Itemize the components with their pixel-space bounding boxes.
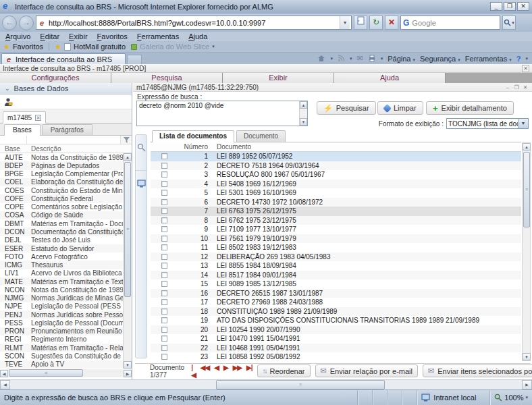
stop-button[interactable]: ✕ [385,16,398,30]
new-tab-button[interactable] [127,55,142,64]
document-row[interactable]: 13 LEI 8855 1984 18/09/1984 [151,261,521,271]
base-table-row[interactable]: PESS Legislação de Pessoal (Documentos d… [0,319,123,327]
document-row[interactable]: 20 LEI 10254 1990 20/07/1990 [151,325,521,335]
document-checkbox[interactable] [161,327,167,333]
document-row[interactable]: 21 LEI 10470 1991 15/04/1991 [151,334,521,344]
pager-prev-button[interactable]: ◀ [214,364,219,379]
document-row[interactable]: 1 LEI 889 1952 05/07/1952 [151,152,521,161]
document-row[interactable]: 7 LEI 6763 1975 26/12/1975 [151,207,521,216]
base-table-row[interactable]: PENJ Normas Jurídicas sobre Pessoal (sub… [0,310,123,319]
textarea-scrollbar[interactable]: ▲ ▼ [299,101,307,126]
menu-favoritos[interactable]: Favoritos [97,32,128,40]
document-row[interactable]: 14 LEI 8517 1984 09/01/1984 [151,271,521,280]
scrollbar-thumb[interactable] [9,369,83,377]
document-checkbox[interactable] [161,153,167,159]
panel-minimize-icon[interactable]: – [504,84,511,90]
favorite-hotmail[interactable]: ★ HotMail gratuito [55,43,126,51]
read-mail-icon[interactable]: ✉ [356,54,363,63]
favorites-button[interactable]: ★ Favoritos [3,43,43,51]
pagina-menu[interactable]: Página ▾ [388,55,415,63]
scroll-down-icon[interactable]: ▼ [523,353,531,360]
reordenar-button[interactable]: ↑↓ Reordenar [257,364,311,377]
chevron-down-icon[interactable]: ▾ [330,56,333,61]
document-checkbox[interactable] [161,217,167,223]
menu-ajuda[interactable]: Ajuda [188,32,207,40]
document-checkbox[interactable] [161,181,167,187]
base-table-row[interactable]: ICMG Thesaurus [0,261,123,269]
seguranca-menu[interactable]: Segurança ▾ [420,55,460,63]
scroll-up-icon[interactable]: ▲ [523,143,531,151]
document-checkbox[interactable] [161,226,167,232]
bases-horizontal-scrollbar[interactable]: ◀ ▶ [0,369,132,377]
document-row[interactable]: 17 DECRETO 27969 1988 24/03/1988 [151,298,521,307]
document-row[interactable]: 6 DECRETO 14730 1972 10/08/1972 [151,198,521,207]
menu-ferramentas[interactable]: Ferramentas [137,32,179,40]
document-checkbox[interactable] [161,335,167,342]
document-checkbox[interactable] [161,281,167,287]
chevron-down-icon[interactable]: ▾ [381,56,383,61]
document-row[interactable]: 11 LEI 8502 1983 19/12/1983 [151,243,521,252]
document-row[interactable]: 22 LEI 10468 1991 05/04/1991 [151,344,521,353]
help-icon[interactable]: ? [516,55,521,63]
app-menu-ajuda[interactable]: Ajuda [334,73,446,83]
document-checkbox[interactable] [161,272,167,278]
document-row[interactable]: 4 LEI 5408 1969 16/12/1969 [151,180,521,189]
scrollbar-thumb[interactable] [523,152,530,227]
base-table-row[interactable]: BPGE Legislação Complementar (Procurador… [0,170,123,178]
base-table-row[interactable]: COSA Código de Saúde [0,211,123,219]
column-base[interactable]: Base [0,145,28,153]
tab-paragrafos[interactable]: Parágrafos [42,124,92,135]
document-row[interactable]: 19 ATO DAS DISPOSIÇÕES CONSTITUCIONAIS T… [151,316,521,325]
scroll-right-icon[interactable]: ▶ [522,380,532,389]
column-numero[interactable]: Número [178,143,210,151]
document-checkbox[interactable] [161,208,167,214]
base-table-row[interactable]: PRON Pronunciamentos em Reunião de Plená… [0,327,123,335]
bases-vertical-scrollbar[interactable]: ▲ ▼ [123,153,132,369]
rss-feed-icon[interactable] [338,55,345,62]
scroll-up-icon[interactable]: ▲ [124,153,132,161]
document-checkbox[interactable] [161,190,167,196]
minimize-button[interactable]: _ [490,2,502,11]
pager-last-button[interactable]: ▶| [246,364,252,379]
chevron-down-icon[interactable]: ▾ [350,56,352,61]
panel-maximize-icon[interactable]: ❐ [513,84,520,90]
document-row[interactable]: 5 LEI 5301 1969 16/10/1969 [151,188,521,198]
print-icon[interactable] [368,55,376,62]
compatibility-view-button[interactable] [354,16,367,30]
menu-exibir[interactable]: Exibir [69,32,88,40]
base-table-row[interactable]: NJMG Normas Jurídicas de Minas Gerais [0,294,123,302]
document-row[interactable]: 16 DECRETO 26515 1987 13/01/1987 [151,289,521,298]
favorite-webslice[interactable]: Galeria do Web Slice ▾ [131,43,215,51]
close-button[interactable]: ✕ [517,2,529,11]
chevron-down-icon[interactable]: ▾ [525,395,528,400]
base-table-row[interactable]: REGI Regimento Interno [0,335,123,344]
document-checkbox[interactable] [161,244,167,250]
close-icon[interactable]: ✕ [35,115,41,121]
scroll-left-icon[interactable]: ◀ [0,370,8,377]
document-row[interactable]: 2 DECRETO 7518 1964 09/03/1964 [151,161,521,171]
back-button[interactable]: ← [2,16,17,30]
base-table-row[interactable]: NJPE Legislação de Pessoal (PESS + COPE … [0,302,123,310]
base-table-row[interactable]: ESER Estatudo do Servidor [0,244,123,252]
base-table-row[interactable]: LIV1 Acervo de Livros da Biblioteca [0,269,123,277]
document-checkbox[interactable] [161,171,167,178]
enviar-itens-selecionados-button[interactable]: ✉ Enviar itens selecionados por e-mail [423,364,532,377]
document-checkbox[interactable] [161,290,167,296]
document-checkbox[interactable] [161,299,167,305]
search-box[interactable]: G Google [400,16,500,30]
document-checkbox[interactable] [161,254,167,260]
chevron-down-icon[interactable]: ▼ [518,119,528,128]
tab-documento[interactable]: Documento [236,130,286,142]
scroll-down-icon[interactable]: ▼ [124,361,132,369]
user-icon[interactable] [3,97,13,107]
document-row[interactable]: 3 RESOLUÇÃO 800 1967 05/01/1967 [151,170,521,180]
scrollbar-thumb[interactable] [124,162,131,297]
limpar-button[interactable]: Limpar [377,101,423,115]
document-checkbox[interactable] [161,163,167,169]
menu-editar[interactable]: Editar [40,32,59,40]
column-descricao[interactable]: Descrição [28,145,132,153]
app-menu-configuracoes[interactable]: Configurações [0,73,111,83]
address-dropdown-icon[interactable]: ▾ [340,16,350,29]
app-close-icon[interactable]: ✕ [522,65,529,72]
document-row[interactable]: 23 LEI 10858 1992 05/08/1992 [151,352,521,361]
